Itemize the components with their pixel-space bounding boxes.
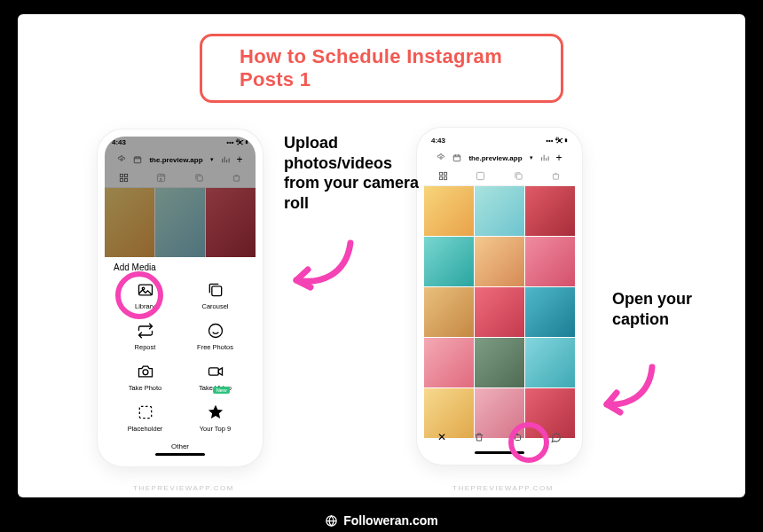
close-icon[interactable]: ✕	[437, 431, 446, 443]
plus-icon[interactable]: +	[556, 152, 562, 164]
media-option-repost[interactable]: Repost	[110, 317, 180, 356]
status-time: 4:43	[431, 137, 445, 149]
svg-point-12	[143, 370, 148, 375]
media-option-top9[interactable]: New Your Top 9	[180, 398, 250, 437]
phone-mockup-right: 4:43 ••• ⏧ ▮ the.preview.app ▾ +	[417, 128, 582, 465]
camera-icon	[137, 363, 154, 380]
arrow-upload	[284, 236, 364, 298]
new-badge: New	[213, 387, 229, 394]
footer-text: Followeran.com	[343, 513, 438, 528]
bag-icon[interactable]	[551, 171, 561, 181]
reels-icon[interactable]	[476, 171, 485, 181]
svg-rect-10	[211, 286, 221, 296]
svg-rect-22	[516, 174, 522, 179]
svg-rect-18	[444, 172, 446, 175]
video-icon	[207, 363, 224, 380]
svg-rect-13	[208, 368, 218, 375]
svg-point-11	[208, 325, 222, 338]
svg-point-15	[440, 157, 443, 160]
svg-rect-14	[139, 406, 151, 418]
svg-rect-17	[439, 172, 442, 175]
svg-rect-20	[444, 176, 446, 179]
source-label: THEPREVIEWAPP.COM	[452, 484, 554, 492]
dim-overlay	[105, 137, 256, 257]
status-icons: ••• ⏧ ▮	[546, 137, 568, 149]
footer-watermark: Followeran.com	[0, 513, 763, 528]
star-icon	[207, 403, 224, 421]
copy-icon[interactable]	[514, 171, 523, 181]
document-canvas: How to Schedule Instagram Posts 1 4:43 •…	[18, 14, 745, 497]
calendar-icon[interactable]	[452, 153, 461, 162]
home-indicator	[155, 453, 205, 456]
account-name[interactable]: the.preview.app	[468, 154, 522, 162]
phone-mockup-left: 4:43 ••• ⏧ ▮ the.preview.app ▾ +	[98, 129, 263, 466]
gear-icon[interactable]	[437, 153, 445, 162]
source-label: THEPREVIEWAPP.COM	[133, 484, 234, 492]
grid-icon[interactable]	[438, 171, 448, 181]
selection-toolbar: ✕	[424, 426, 575, 449]
tab-bar	[424, 167, 575, 186]
highlight-circle-library	[115, 271, 163, 319]
page-title: How to Schedule Instagram Posts 1	[240, 45, 502, 90]
svg-rect-16	[454, 155, 461, 161]
arrow-caption	[594, 360, 665, 422]
status-bar: 4:43 ••• ⏧ ▮	[424, 135, 575, 149]
media-option-placeholder[interactable]: Placeholder	[110, 398, 180, 437]
svg-rect-21	[477, 172, 484, 179]
analytics-icon[interactable]	[540, 153, 549, 162]
carousel-icon	[207, 281, 224, 299]
media-option-carousel[interactable]: Carousel	[180, 276, 250, 315]
placeholder-icon	[137, 403, 154, 421]
svg-rect-19	[439, 176, 442, 179]
page-title-box: How to Schedule Instagram Posts 1	[200, 34, 563, 103]
trash-icon[interactable]	[474, 432, 484, 442]
repost-icon	[137, 322, 154, 340]
sheet-title: Add Media	[105, 257, 256, 274]
feed-grid[interactable]	[424, 186, 575, 438]
media-option-freephotos[interactable]: Free Photos	[180, 317, 250, 356]
caption-icon[interactable]	[550, 432, 562, 443]
callout-upload: Upload photos/videos from your camera ro…	[284, 133, 426, 213]
media-option-takephoto[interactable]: Take Photo	[110, 357, 180, 396]
other-row[interactable]: Other•••	[105, 439, 256, 459]
globe-icon	[325, 514, 338, 528]
chevron-down-icon[interactable]: ▾	[530, 154, 533, 161]
smile-icon	[207, 322, 224, 340]
highlight-circle-caption	[508, 422, 549, 463]
callout-caption: Open your caption	[612, 289, 692, 329]
app-header: the.preview.app ▾ +	[424, 149, 575, 167]
